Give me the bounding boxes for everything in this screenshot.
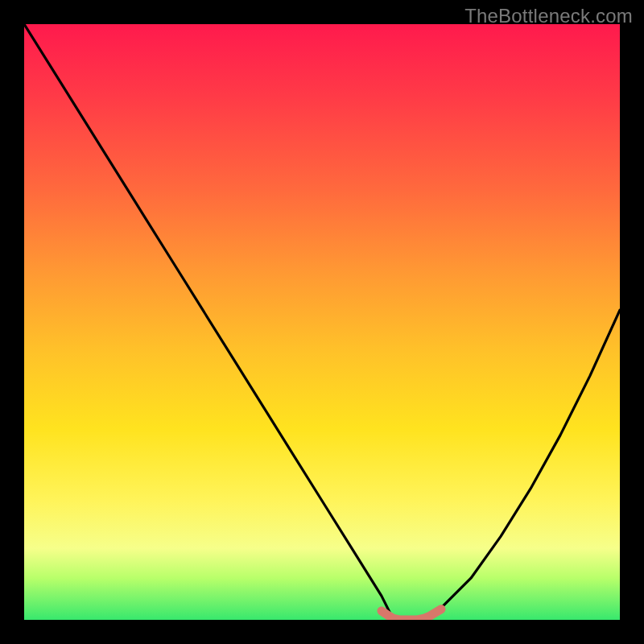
bottleneck-curve [24, 24, 620, 620]
plateau-marker [382, 609, 441, 620]
chart-frame: TheBottleneck.com [0, 0, 644, 644]
plot-area [24, 24, 620, 620]
watermark-text: TheBottleneck.com [464, 5, 633, 27]
chart-svg [24, 24, 620, 620]
